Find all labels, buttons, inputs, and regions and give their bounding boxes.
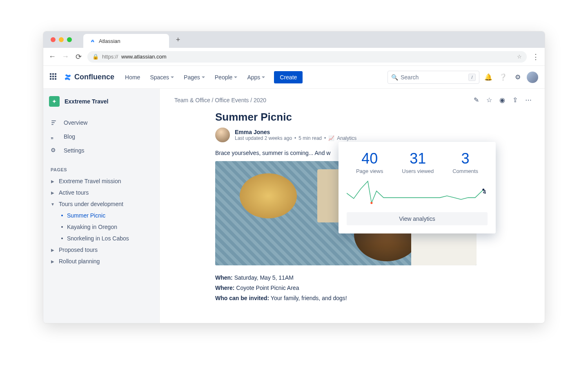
product-logo[interactable]: Confluence [64, 73, 114, 81]
nav-home[interactable]: Home [122, 72, 143, 83]
star-icon[interactable]: ☆ [486, 96, 492, 104]
star-icon[interactable]: ☆ [517, 54, 522, 60]
chevron-right-icon: ▶ [50, 248, 56, 252]
forward-button[interactable]: → [61, 52, 69, 61]
analytics-popover: 40 Page views 31 Users viewed 3 Comments [339, 142, 496, 233]
search-shortcut-hint: / [468, 74, 476, 81]
help-icon[interactable]: ❔ [497, 72, 509, 83]
close-window-button[interactable] [51, 37, 56, 42]
share-icon[interactable]: ⇪ [512, 96, 518, 104]
comments-label: Comments [452, 168, 478, 174]
when-value: Saturday, May 5, 11AM [233, 274, 294, 281]
page-title: Summer Picnic [215, 111, 530, 123]
create-button[interactable]: Create [274, 71, 303, 83]
space-header[interactable]: ✦ Exxtreme Travel [49, 96, 154, 107]
lock-icon: 🔒 [92, 54, 99, 60]
confluence-icon [64, 73, 72, 81]
url-host: www.atlassian.com [121, 54, 167, 60]
app-switcher-icon[interactable] [50, 73, 58, 81]
chevron-right-icon: ▶ [50, 191, 56, 195]
nav-people[interactable]: People [212, 72, 241, 83]
tree-item-mission[interactable]: ▶Exxtreme Travel mission [49, 175, 154, 187]
browser-tab-active[interactable]: Atlassian [83, 34, 169, 48]
page-action-bar: ✎ ☆ ◉ ⇪ ⋯ [474, 96, 532, 104]
new-tab-button[interactable]: + [172, 34, 184, 45]
chevron-down-icon [202, 76, 205, 78]
chevron-right-icon: ▶ [50, 259, 56, 264]
view-analytics-button[interactable]: View analytics [347, 212, 488, 225]
when-label: When: [215, 274, 233, 281]
tree-item-rollout[interactable]: ▶Rollout planning [49, 256, 154, 267]
address-bar[interactable]: 🔒 https:// www.atlassian.com ☆ [87, 51, 527, 63]
bullet-icon [61, 238, 63, 239]
analytics-link[interactable]: Analytics [337, 135, 356, 141]
reload-button[interactable]: ⟳ [74, 52, 82, 61]
nav-apps[interactable]: Apps [244, 72, 268, 83]
stat-users-viewed: 31 Users viewed [402, 150, 434, 174]
chevron-down-icon [234, 76, 237, 78]
event-details: When: Saturday, May 5, 11AM Where: Coyot… [215, 273, 530, 304]
search-icon: 🔍 [391, 74, 398, 81]
chevron-right-icon: ▶ [50, 179, 56, 184]
tree-item-active-tours[interactable]: ▶Active tours [49, 187, 154, 198]
maximize-window-button[interactable] [67, 37, 72, 42]
bullet-icon [61, 215, 63, 216]
blog-icon: „ [51, 133, 58, 140]
svg-point-0 [370, 202, 372, 204]
tree-child-summer-picnic[interactable]: Summer Picnic [49, 210, 154, 221]
product-name: Confluence [74, 73, 114, 81]
edit-icon[interactable]: ✎ [474, 96, 479, 104]
profile-avatar[interactable] [527, 72, 538, 83]
app-header: Confluence Home Spaces Pages People Apps… [43, 66, 545, 89]
back-button[interactable]: ← [48, 52, 56, 61]
tree-item-tours-dev[interactable]: ▼Tours under development [49, 198, 154, 210]
browser-menu-button[interactable]: ⋮ [532, 52, 540, 61]
tree-child-kayaking[interactable]: Kayaking in Oregon [49, 221, 154, 233]
analytics-chart-icon: 📈 [328, 135, 334, 141]
sparkline-chart: 4 [347, 180, 488, 206]
url-scheme: https:// [102, 54, 118, 60]
gear-icon: ⚙ [51, 147, 58, 154]
nav-pages[interactable]: Pages [180, 72, 208, 83]
tab-title: Atlassian [99, 38, 120, 44]
where-label: Where: [215, 285, 234, 291]
chevron-down-icon [262, 76, 265, 78]
settings-icon[interactable]: ⚙ [512, 72, 523, 83]
space-name: Exxtreme Travel [65, 98, 108, 105]
tree-item-proposed[interactable]: ▶Proposed tours [49, 244, 154, 256]
comments-value: 3 [452, 150, 478, 167]
bullet-icon [61, 226, 63, 228]
author-avatar[interactable] [215, 128, 230, 142]
users-viewed-label: Users viewed [402, 168, 434, 174]
where-value: Coyote Point Picnic Area [234, 285, 299, 291]
page-views-label: Page views [356, 168, 383, 174]
stat-comments: 3 Comments [452, 150, 478, 174]
watch-icon[interactable]: ◉ [499, 96, 505, 104]
space-icon: ✦ [49, 96, 60, 107]
who-label: Who can be invited: [215, 295, 269, 301]
last-updated: Last updated 2 weeks ago [235, 135, 292, 141]
sidebar-blog[interactable]: „ Blog [49, 130, 154, 144]
more-icon[interactable]: ⋯ [525, 96, 532, 104]
sidebar-overview[interactable]: Overview [49, 116, 154, 130]
search-input[interactable]: 🔍 Search / [388, 71, 479, 84]
sidebar-section-pages: PAGES [51, 167, 154, 172]
sidebar-settings[interactable]: ⚙ Settings [49, 144, 154, 157]
chevron-down-icon: ▼ [50, 202, 56, 206]
window-controls [47, 37, 76, 42]
author-name[interactable]: Emma Jones [235, 129, 356, 135]
tree-child-snorkeling[interactable]: Snorkeling in Los Cabos [49, 233, 154, 244]
browser-toolbar: ← → ⟳ 🔒 https:// www.atlassian.com ☆ ⋮ [43, 48, 545, 66]
notifications-icon[interactable]: 🔔 [483, 72, 494, 83]
page-meta: Last updated 2 weeks ago • 5 min read • … [235, 135, 356, 141]
stat-page-views: 40 Page views [356, 150, 383, 174]
page-views-value: 40 [356, 150, 383, 167]
browser-tab-strip: Atlassian + [43, 31, 545, 48]
page-content: Team & Office / Office Events / 2020 ✎ ☆… [160, 89, 545, 323]
who-value: Your family, friends, and dogs! [269, 295, 347, 301]
nav-spaces[interactable]: Spaces [147, 72, 177, 83]
byline: Emma Jones Last updated 2 weeks ago • 5 … [215, 128, 530, 142]
minimize-window-button[interactable] [59, 37, 64, 42]
overview-icon [51, 119, 58, 126]
chevron-down-icon [171, 76, 174, 78]
